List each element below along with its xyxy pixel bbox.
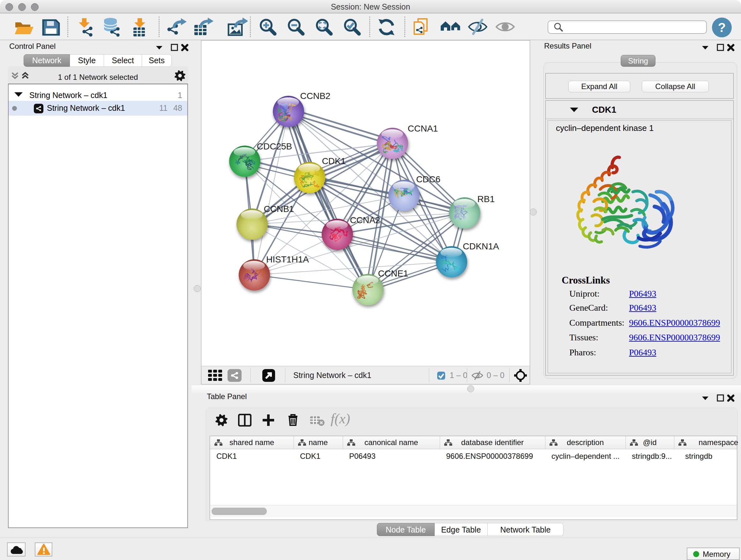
- svg-text:HIST1H1A: HIST1H1A: [266, 254, 309, 264]
- svg-text:CDC6: CDC6: [416, 174, 441, 184]
- svg-text:CCNB2: CCNB2: [300, 91, 331, 101]
- svg-text:CDK1: CDK1: [322, 156, 346, 166]
- svg-text:RB1: RB1: [477, 194, 495, 204]
- svg-text:CCNA2: CCNA2: [350, 215, 381, 225]
- svg-text:CCNA1: CCNA1: [408, 124, 438, 133]
- svg-text:CCNB1: CCNB1: [264, 204, 294, 214]
- svg-text:CDC25B: CDC25B: [257, 141, 292, 151]
- svg-text:CDKN1A: CDKN1A: [463, 241, 499, 251]
- svg-text:CCNE1: CCNE1: [378, 268, 408, 278]
